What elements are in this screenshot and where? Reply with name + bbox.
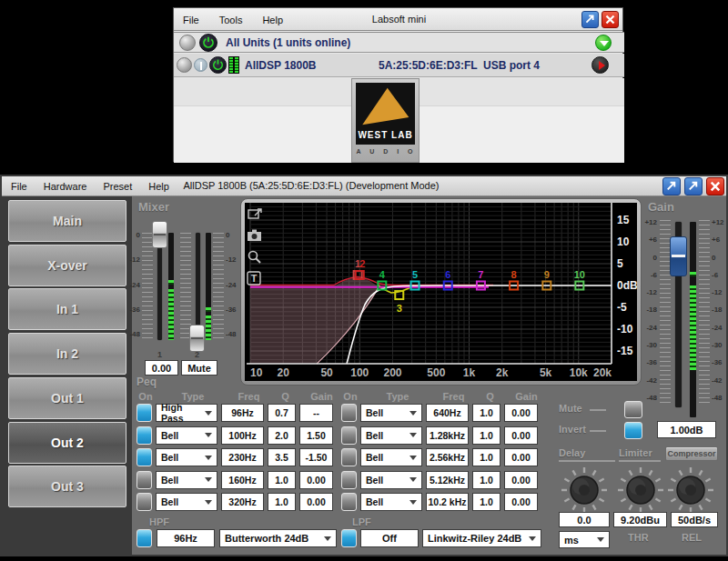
- peq-q-value[interactable]: 1.0: [268, 493, 296, 511]
- peq-freq-value[interactable]: 96Hz: [221, 404, 264, 422]
- sidebar-item-out-3[interactable]: Out 3: [8, 466, 126, 507]
- peq-freq-value[interactable]: 5.12kHz: [426, 471, 469, 489]
- expand-icon[interactable]: [595, 35, 612, 51]
- limiter-threshold-value[interactable]: 9.20dBu: [613, 512, 667, 527]
- peq-gain-value[interactable]: 0.00: [504, 404, 538, 422]
- peq-q-value[interactable]: 1.0: [472, 404, 500, 422]
- peq-freq-value[interactable]: 2.56kHz: [426, 448, 469, 466]
- limiter-threshold-knob[interactable]: [615, 465, 666, 519]
- peq-freq-value[interactable]: 230Hz: [221, 448, 264, 466]
- power-icon[interactable]: [199, 34, 217, 52]
- mute-toggle[interactable]: [624, 401, 642, 418]
- close-icon[interactable]: [602, 11, 619, 28]
- menu-hardware[interactable]: Hardware: [44, 181, 87, 192]
- hpf-freq-value[interactable]: 96Hz: [157, 529, 215, 547]
- alldsp-titlebar[interactable]: FileHardwarePresetHelp AllDSP 1800B (5A:…: [2, 176, 726, 196]
- lpf-freq-value[interactable]: Off: [360, 529, 419, 547]
- sidebar-item-x-over[interactable]: X-over: [8, 245, 126, 286]
- peq-type-select[interactable]: Bell: [156, 426, 217, 445]
- peq-q-value[interactable]: 1.0: [472, 471, 500, 489]
- mixer-fader-2-handle[interactable]: [189, 325, 205, 352]
- peq-band-on-toggle[interactable]: [136, 426, 152, 445]
- peq-gain-value[interactable]: 0.00: [299, 471, 333, 489]
- attach-icon[interactable]: [684, 177, 703, 195]
- peq-band-on-toggle[interactable]: [136, 404, 152, 422]
- peq-q-value[interactable]: 1.0: [472, 493, 500, 511]
- peq-type-select[interactable]: Bell: [156, 493, 217, 511]
- peq-band-on-toggle[interactable]: [136, 471, 152, 489]
- menu-file[interactable]: File: [11, 181, 27, 192]
- peq-gain-value[interactable]: 0.00: [504, 471, 538, 489]
- peq-gain-value[interactable]: -1.50: [299, 448, 333, 466]
- lpf-type-select[interactable]: Linkwitz-Riley 24dB: [422, 529, 541, 547]
- delay-knob[interactable]: [559, 465, 610, 519]
- labsoft-titlebar[interactable]: FileToolsHelp Labsoft mini: [174, 8, 622, 31]
- limiter-release-value[interactable]: 50dB/s: [671, 512, 718, 527]
- device-row[interactable]: AllDSP 1800B 5A:25:5D:6E:D3:FL USB port …: [174, 54, 624, 77]
- identify-icon[interactable]: [194, 58, 207, 72]
- mixer-channel-2-value[interactable]: Mute: [181, 360, 217, 376]
- sidebar-item-main[interactable]: Main: [8, 200, 126, 242]
- mixer-fader-1-handle[interactable]: [152, 221, 167, 248]
- all-units-row[interactable]: All Units (1 units online): [174, 32, 624, 53]
- peq-freq-value[interactable]: 10.2 kHz: [426, 493, 469, 511]
- limiter-release-knob[interactable]: [665, 465, 716, 519]
- peq-band-on-toggle[interactable]: [341, 493, 357, 511]
- close-icon[interactable]: [706, 177, 724, 195]
- peq-gain-value[interactable]: 1.50: [299, 426, 333, 445]
- sidebar-item-in-2[interactable]: In 2: [8, 333, 126, 375]
- compressor-button[interactable]: Compressor: [665, 446, 718, 461]
- gain-value[interactable]: 1.00dB: [657, 421, 716, 438]
- peq-freq-value[interactable]: 1.28kHz: [426, 426, 469, 445]
- open-device-icon[interactable]: [592, 56, 609, 74]
- peq-gain-value[interactable]: 0.00: [504, 493, 538, 511]
- mixer-fader-1-track[interactable]: [157, 233, 162, 340]
- peq-band-on-toggle[interactable]: [341, 426, 357, 445]
- peq-band-on-toggle[interactable]: [341, 448, 357, 466]
- peq-type-select[interactable]: Bell: [360, 471, 422, 489]
- delay-unit-select[interactable]: ms: [559, 531, 610, 548]
- peq-type-select[interactable]: Bell: [156, 448, 217, 466]
- peq-type-select[interactable]: Bell: [360, 426, 422, 445]
- detach-icon[interactable]: [662, 177, 681, 195]
- delay-value[interactable]: 0.0: [559, 512, 610, 527]
- peq-q-value[interactable]: 3.5: [268, 448, 296, 466]
- hpf-type-select[interactable]: Butterworth 24dB: [219, 529, 337, 547]
- peq-band-on-toggle[interactable]: [136, 448, 152, 466]
- peq-band-on-toggle[interactable]: [341, 404, 357, 422]
- peq-freq-value[interactable]: 320Hz: [221, 493, 264, 511]
- mixer-channel-1-value[interactable]: 0.00: [145, 360, 178, 376]
- peq-type-select[interactable]: Bell: [360, 404, 422, 422]
- peq-q-value[interactable]: 0.7: [268, 404, 296, 422]
- sidebar-item-out-2[interactable]: Out 2: [8, 422, 126, 464]
- peq-band-on-toggle[interactable]: [341, 471, 357, 489]
- peq-q-value[interactable]: 1.0: [472, 448, 500, 466]
- response-graph[interactable]: 123456789101020501002005001k2k5k10k20k15…: [245, 203, 637, 381]
- power-icon[interactable]: [209, 56, 227, 74]
- peq-q-value[interactable]: 1.0: [268, 471, 296, 489]
- eq-band-marker-10[interactable]: 10: [574, 269, 585, 290]
- peq-q-value[interactable]: 2.0: [268, 426, 296, 445]
- gain-fader-handle[interactable]: [670, 236, 687, 276]
- peq-freq-value[interactable]: 160Hz: [221, 471, 264, 489]
- detach-icon[interactable]: [581, 11, 599, 28]
- lpf-toggle[interactable]: [341, 529, 357, 547]
- text-icon[interactable]: T: [248, 272, 260, 285]
- peq-gain-value[interactable]: 0.00: [504, 426, 538, 445]
- sidebar-item-in-1[interactable]: In 1: [8, 288, 126, 330]
- peq-q-value[interactable]: 1.0: [472, 426, 500, 445]
- camera-icon[interactable]: [248, 230, 261, 242]
- invert-toggle[interactable]: [624, 422, 642, 439]
- peq-type-select[interactable]: Bell: [156, 471, 217, 489]
- peq-gain-value[interactable]: 0.00: [504, 448, 538, 466]
- peq-gain-value[interactable]: --: [299, 404, 333, 422]
- sidebar-item-out-1[interactable]: Out 1: [8, 377, 126, 419]
- peq-type-select[interactable]: High Pass: [156, 404, 217, 422]
- peq-type-select[interactable]: Bell: [360, 493, 422, 511]
- peq-freq-value[interactable]: 640Hz: [426, 404, 469, 422]
- peq-type-select[interactable]: Bell: [360, 448, 422, 466]
- peq-band-on-toggle[interactable]: [136, 493, 152, 511]
- hpf-toggle[interactable]: [136, 529, 152, 547]
- peq-gain-value[interactable]: 0.00: [299, 493, 333, 511]
- peq-freq-value[interactable]: 100Hz: [221, 426, 264, 445]
